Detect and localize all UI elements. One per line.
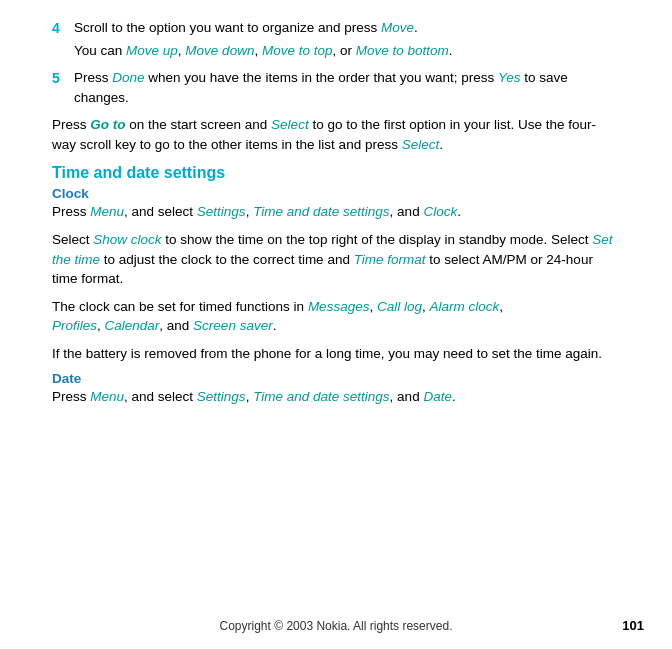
clock-p2-mid2: to adjust the clock to the correct time … bbox=[100, 252, 354, 267]
item4-link-move: Move bbox=[381, 20, 414, 35]
para1-before: Press bbox=[52, 117, 90, 132]
date-p1-mid: , and select bbox=[124, 389, 197, 404]
clock-p3-before: The clock can be set for timed functions… bbox=[52, 299, 308, 314]
clock-p3-calendar: Calendar bbox=[105, 318, 160, 333]
clock-p1-end: . bbox=[457, 204, 461, 219]
item-content-5: Press Done when you have the items in th… bbox=[74, 68, 620, 107]
list-item-4: 4 Scroll to the option you want to organ… bbox=[52, 18, 620, 60]
clock-p1-menu: Menu bbox=[90, 204, 124, 219]
sep2: , bbox=[254, 43, 262, 58]
clock-p1-mid: , and select bbox=[124, 204, 197, 219]
date-p1-before: Press bbox=[52, 389, 90, 404]
clock-p2-before: Select bbox=[52, 232, 93, 247]
clock-p3-screensaver: Screen saver bbox=[193, 318, 273, 333]
date-paragraph-1: Press Menu, and select Settings, Time an… bbox=[52, 387, 620, 407]
clock-p2-showclock: Show clock bbox=[93, 232, 161, 247]
clock-p3-sep5: , and bbox=[159, 318, 193, 333]
page-number: 101 bbox=[622, 618, 644, 633]
item4-text-period: . bbox=[414, 20, 418, 35]
item4-link-move-to-top: Move to top bbox=[262, 43, 333, 58]
body-paragraph-1: Press Go to on the start screen and Sele… bbox=[52, 115, 620, 154]
date-p1-menu: Menu bbox=[90, 389, 124, 404]
item-number-5: 5 bbox=[52, 68, 74, 107]
date-heading: Date bbox=[52, 371, 620, 386]
item5-text-press: Press bbox=[74, 70, 112, 85]
clock-p1-sep2: , and bbox=[390, 204, 424, 219]
para1-mid: on the start screen and bbox=[126, 117, 272, 132]
clock-p1-settings: Settings bbox=[197, 204, 246, 219]
item4-link-move-down: Move down bbox=[185, 43, 254, 58]
footer: Copyright © 2003 Nokia. All rights reser… bbox=[0, 619, 672, 633]
clock-paragraph-1: Press Menu, and select Settings, Time an… bbox=[52, 202, 620, 222]
clock-p1-clock: Clock bbox=[423, 204, 457, 219]
date-p1-timedate: Time and date settings bbox=[253, 389, 389, 404]
para1-select1: Select bbox=[271, 117, 309, 132]
item4-text-before: Scroll to the option you want to organiz… bbox=[74, 20, 381, 35]
clock-p3-end: . bbox=[273, 318, 277, 333]
date-p1-date: Date bbox=[423, 389, 452, 404]
sep3: , or bbox=[332, 43, 355, 58]
clock-p3-sep1: , bbox=[369, 299, 377, 314]
clock-p3-calllog: Call log bbox=[377, 299, 422, 314]
item5-link-yes: Yes bbox=[498, 70, 521, 85]
clock-p3-sep3: , bbox=[499, 299, 503, 314]
para1-end: . bbox=[439, 137, 443, 152]
para1-goto: Go to bbox=[90, 117, 125, 132]
date-p1-end: . bbox=[452, 389, 456, 404]
clock-heading: Clock bbox=[52, 186, 620, 201]
item5-link-done: Done bbox=[112, 70, 144, 85]
item-number-4: 4 bbox=[52, 18, 74, 60]
clock-p1-before: Press bbox=[52, 204, 90, 219]
para1-select2: Select bbox=[402, 137, 440, 152]
item4-link-move-up: Move up bbox=[126, 43, 178, 58]
item4-subline: You can Move up, Move down, Move to top,… bbox=[74, 41, 620, 61]
clock-p2-timeformat: Time format bbox=[354, 252, 426, 267]
item5-text-mid: when you have the items in the order tha… bbox=[145, 70, 498, 85]
clock-paragraph-4: If the battery is removed from the phone… bbox=[52, 344, 620, 364]
clock-p1-timedate: Time and date settings bbox=[253, 204, 389, 219]
clock-p3-sep4: , bbox=[97, 318, 105, 333]
clock-p3-profiles: Profiles bbox=[52, 318, 97, 333]
item4-link-move-to-bottom: Move to bottom bbox=[356, 43, 449, 58]
clock-p3-alarmclock: Alarm clock bbox=[429, 299, 499, 314]
clock-paragraph-3: The clock can be set for timed functions… bbox=[52, 297, 620, 336]
sep4: . bbox=[449, 43, 453, 58]
clock-p3-messages: Messages bbox=[308, 299, 370, 314]
section-heading-time-date: Time and date settings bbox=[52, 164, 620, 182]
item4-sub-before: You can bbox=[74, 43, 126, 58]
clock-p2-mid1: to show the time on the top right of the… bbox=[162, 232, 593, 247]
date-p1-sep2: , and bbox=[390, 389, 424, 404]
clock-paragraph-2: Select Show clock to show the time on th… bbox=[52, 230, 620, 289]
date-p1-settings: Settings bbox=[197, 389, 246, 404]
date-p1-sep1: , bbox=[246, 389, 254, 404]
item-content-4: Scroll to the option you want to organiz… bbox=[74, 18, 620, 60]
clock-p1-sep1: , bbox=[246, 204, 254, 219]
list-item-5: 5 Press Done when you have the items in … bbox=[52, 68, 620, 107]
